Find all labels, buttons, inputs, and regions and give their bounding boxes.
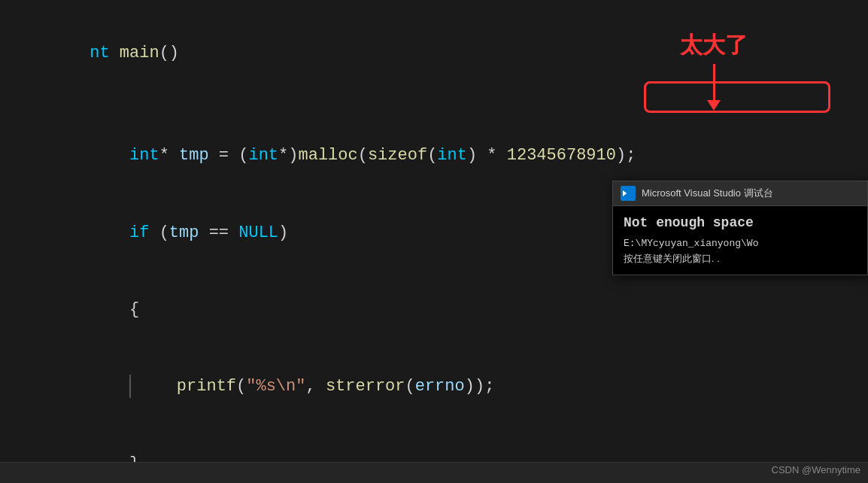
- vs-popup-header: Microsoft Visual Studio 调试台: [613, 181, 867, 206]
- annotation-taidala: 太大了: [680, 30, 748, 111]
- vs-debug-popup: Microsoft Visual Studio 调试台 Not enough s…: [612, 181, 868, 275]
- vs-popup-title: Microsoft Visual Studio 调试台: [642, 187, 773, 200]
- arrow-head: [707, 100, 721, 111]
- vs-path: E:\MYcyuyan_xianyong\Wo: [624, 238, 857, 249]
- vs-hint: 按任意键关闭此窗口. .: [624, 252, 857, 266]
- vs-error-message: Not enough space: [624, 215, 857, 230]
- bottom-strip: [0, 462, 868, 483]
- annotation-text: 太大了: [680, 30, 748, 61]
- screenshot-container: nt main() int* tmp = (int*)malloc(sizeof…: [0, 0, 868, 483]
- vs-studio-icon: [621, 186, 636, 201]
- code-line-printf1: printf("%s\n", strerror(errno));: [30, 348, 838, 425]
- svg-rect-0: [627, 190, 633, 197]
- vs-popup-body: Not enough space E:\MYcyuyan_xianyong\Wo…: [613, 206, 867, 275]
- code-line-brace1: {: [30, 272, 838, 348]
- arrow-shaft: [713, 64, 715, 100]
- watermark: CSDN @Wennytime: [772, 464, 860, 475]
